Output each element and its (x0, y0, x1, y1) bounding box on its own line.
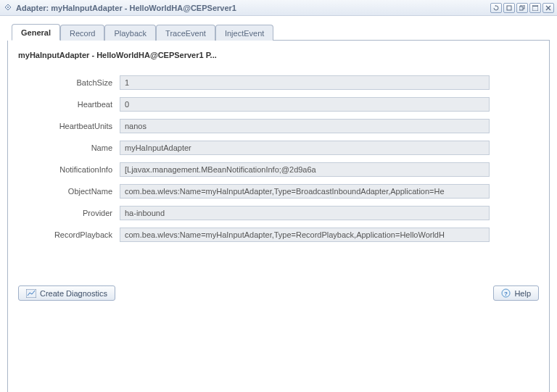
panel-title: myHaInputAdapter - HelloWorldHA@CEPServe… (18, 51, 539, 59)
svg-rect-3 (519, 7, 523, 10)
window-controls (490, 3, 554, 13)
label-heartbeat: Heartbeat (18, 100, 120, 109)
value-heartbeatunits[interactable]: nanos (120, 119, 490, 133)
row-notificationinfo: NotificationInfo [Ljavax.management.MBea… (18, 162, 539, 177)
create-diagnostics-label: Create Diagnostics (40, 289, 107, 298)
svg-rect-1 (507, 6, 511, 10)
label-batchsize: BatchSize (18, 78, 120, 87)
label-objectname: ObjectName (18, 187, 120, 196)
row-heartbeatunits: HeartbeatUnits nanos (18, 119, 539, 133)
row-recordplayback: RecordPlayback com.bea.wlevs:Name=myHaIn… (18, 228, 539, 242)
value-recordplayback[interactable]: com.bea.wlevs:Name=myHaInputAdapter,Type… (120, 228, 490, 242)
content-area: General Record Playback TraceEvent Injec… (0, 16, 557, 392)
row-provider: Provider ha-inbound (18, 206, 539, 220)
help-label: Help (514, 289, 531, 298)
tab-injectevent[interactable]: InjectEvent (215, 25, 273, 41)
tab-traceevent[interactable]: TraceEvent (156, 25, 215, 41)
value-name[interactable]: myHaInputAdapter (120, 141, 490, 155)
value-provider[interactable]: ha-inbound (120, 206, 490, 220)
create-diagnostics-button[interactable]: Create Diagnostics (18, 285, 115, 301)
titlebar: Adapter: myHaInputAdapter - HelloWorldHA… (0, 0, 557, 16)
window-title: Adapter: myHaInputAdapter - HelloWorldHA… (16, 4, 490, 12)
restore-button[interactable] (516, 3, 528, 13)
diagnostics-icon (26, 289, 36, 298)
svg-text:?: ? (504, 291, 508, 297)
tab-playback[interactable]: Playback (104, 25, 156, 41)
label-provider: Provider (18, 209, 120, 217)
label-name: Name (18, 143, 120, 152)
close-button[interactable] (542, 3, 554, 13)
button-bar: Create Diagnostics ? Help (18, 285, 539, 301)
row-name: Name myHaInputAdapter (18, 141, 539, 155)
tab-general[interactable]: General (12, 24, 60, 41)
maximize-button[interactable] (529, 3, 541, 13)
minimize-button[interactable] (503, 3, 515, 13)
tab-strip: General Record Playback TraceEvent Injec… (12, 22, 550, 41)
row-batchsize: BatchSize 1 (18, 75, 539, 90)
row-objectname: ObjectName com.bea.wlevs:Name=myHaInputA… (18, 184, 539, 199)
reload-button[interactable] (490, 3, 502, 13)
value-batchsize[interactable]: 1 (120, 75, 490, 90)
general-panel: myHaInputAdapter - HelloWorldHA@CEPServe… (7, 41, 550, 392)
svg-point-0 (7, 7, 9, 8)
row-heartbeat: Heartbeat 0 (18, 97, 539, 112)
value-objectname[interactable]: com.bea.wlevs:Name=myHaInputAdapter,Type… (120, 184, 490, 199)
label-notificationinfo: NotificationInfo (18, 165, 120, 174)
value-heartbeat[interactable]: 0 (120, 97, 490, 112)
label-heartbeatunits: HeartbeatUnits (18, 122, 120, 130)
value-notificationinfo[interactable]: [Ljavax.management.MBeanNotificationInfo… (120, 162, 490, 177)
help-icon: ? (501, 288, 511, 298)
help-button[interactable]: ? Help (493, 285, 539, 301)
tab-record[interactable]: Record (60, 25, 104, 41)
label-recordplayback: RecordPlayback (18, 230, 120, 239)
adapter-icon (3, 3, 13, 13)
